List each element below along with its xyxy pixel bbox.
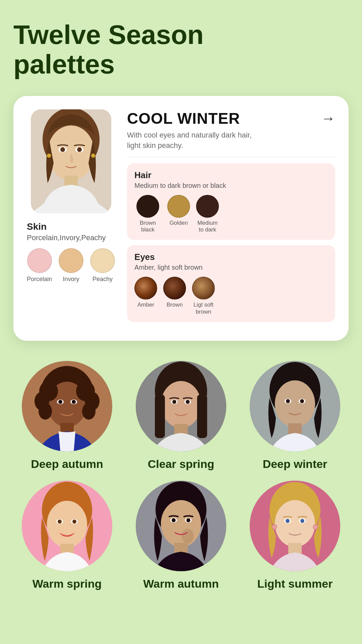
- hair-swatch-brownblack: Brown black: [134, 195, 161, 233]
- peachy-label: Peachy: [93, 276, 113, 283]
- arrow-icon[interactable]: →: [321, 110, 335, 126]
- portrait: [31, 109, 111, 213]
- eyes-sublabel: Amber, light soft brown: [134, 264, 328, 271]
- light-summer-avatar: [250, 481, 340, 571]
- svg-point-9: [91, 154, 95, 158]
- golden-color: [167, 195, 190, 218]
- season-row-2: Warm spring: [13, 481, 349, 590]
- medtodark-color: [196, 195, 219, 218]
- clear-spring-avatar: [136, 361, 226, 451]
- hair-sublabel: Medium to dark brown or black: [134, 182, 328, 190]
- eyes-trait-box: Eyes Amber, light soft brown Amber Brown…: [127, 245, 335, 322]
- season-grid: Deep autumn: [13, 361, 349, 594]
- season-card: Skin Porcelain,Invory,Peachy Porcelain I…: [13, 96, 349, 341]
- eyes-swatches: Amber Brown Ligt softbrown: [134, 277, 328, 315]
- svg-point-31: [172, 400, 176, 404]
- season-item-warm-spring[interactable]: Warm spring: [13, 481, 121, 590]
- svg-point-56: [172, 518, 176, 522]
- hair-trait-box: Hair Medium to dark brown or black Brown…: [127, 163, 335, 240]
- deep-winter-label: Deep winter: [263, 458, 327, 471]
- season-description: With cool eyes and naturally dark hair,l…: [127, 130, 335, 151]
- svg-point-17: [39, 403, 52, 420]
- svg-point-67: [272, 525, 277, 529]
- svg-rect-27: [155, 394, 165, 438]
- brown-label: Brown: [167, 302, 183, 308]
- hair-swatches: Brown black Golden Mediumto dark: [134, 195, 328, 233]
- svg-point-8: [47, 154, 51, 158]
- medtodark-label: Mediumto dark: [197, 220, 218, 233]
- card-left: Skin Porcelain,Invory,Peachy Porcelain I…: [27, 109, 115, 327]
- swatch-porcelain: Porcelain: [27, 248, 52, 283]
- season-item-light-summer[interactable]: Light summer: [241, 481, 349, 590]
- svg-point-41: [300, 399, 304, 403]
- svg-point-66: [300, 519, 304, 523]
- deep-autumn-avatar: [22, 361, 112, 451]
- porcelain-color: [27, 248, 52, 273]
- amber-label: Amber: [137, 302, 154, 308]
- svg-point-58: [186, 518, 190, 522]
- warm-spring-avatar: [22, 481, 112, 571]
- lightsoftbrown-label: Ligt softbrown: [193, 302, 214, 315]
- season-item-deep-autumn[interactable]: Deep autumn: [13, 361, 121, 471]
- svg-point-33: [186, 400, 190, 404]
- svg-point-54: [182, 529, 194, 543]
- svg-point-26: [161, 381, 201, 428]
- peachy-color: [90, 248, 115, 273]
- hair-swatch-medtodark: Mediumto dark: [196, 195, 219, 233]
- clear-spring-label: Clear spring: [148, 458, 214, 471]
- light-summer-label: Light summer: [257, 577, 333, 590]
- eye-swatch-brown: Brown: [163, 277, 186, 315]
- page-title: Twelve Season palettes: [13, 20, 349, 79]
- deep-winter-avatar: [250, 361, 340, 451]
- card-header: COOL WINTER →: [127, 109, 335, 127]
- swatch-peachy: Peachy: [90, 248, 115, 283]
- svg-point-52: [161, 500, 201, 547]
- porcelain-label: Porcelain: [27, 276, 52, 283]
- svg-point-39: [286, 399, 290, 403]
- lightsoftbrown-eye: [192, 277, 215, 300]
- svg-point-68: [313, 525, 318, 529]
- svg-point-61: [275, 500, 315, 547]
- skin-swatches: Porcelain Invory Peachy: [27, 248, 115, 283]
- eyes-label: Eyes: [134, 252, 328, 262]
- brownblack-color: [136, 195, 159, 218]
- swatch-invory: Invory: [59, 248, 83, 283]
- brownblack-label: Brown black: [134, 220, 161, 233]
- invory-color: [59, 248, 83, 273]
- card-right: COOL WINTER → With cool eyes and natural…: [127, 109, 335, 327]
- eye-swatch-lightsoftbrown: Ligt softbrown: [192, 277, 215, 315]
- svg-point-7: [77, 147, 82, 152]
- svg-point-44: [47, 501, 87, 548]
- season-title: COOL WINTER: [127, 109, 240, 127]
- skin-sublabel: Porcelain,Invory,Peachy: [27, 233, 106, 242]
- eye-swatch-amber: Amber: [134, 277, 157, 315]
- svg-point-23: [72, 400, 76, 404]
- svg-point-49: [72, 520, 76, 524]
- svg-rect-28: [197, 394, 207, 438]
- hair-label: Hair: [134, 170, 328, 180]
- svg-point-64: [286, 519, 290, 523]
- svg-point-36: [275, 380, 315, 427]
- hair-swatch-golden: Golden: [167, 195, 190, 233]
- season-row-1: Deep autumn: [13, 361, 349, 471]
- season-item-deep-winter[interactable]: Deep winter: [241, 361, 349, 471]
- brown-eye: [163, 277, 186, 300]
- invory-label: Invory: [63, 276, 79, 283]
- svg-point-5: [60, 147, 65, 152]
- svg-point-47: [58, 520, 62, 524]
- amber-eye: [134, 277, 157, 300]
- golden-label: Golden: [170, 220, 188, 226]
- divider: [127, 157, 335, 157]
- warm-autumn-label: Warm autumn: [143, 577, 219, 590]
- season-item-clear-spring[interactable]: Clear spring: [127, 361, 235, 471]
- warm-autumn-avatar: [136, 481, 226, 571]
- svg-point-18: [82, 403, 96, 420]
- skin-label: Skin: [27, 221, 47, 232]
- warm-spring-label: Warm spring: [33, 577, 102, 590]
- deep-autumn-label: Deep autumn: [31, 458, 103, 471]
- season-item-warm-autumn[interactable]: Warm autumn: [127, 481, 235, 590]
- svg-point-21: [58, 400, 62, 404]
